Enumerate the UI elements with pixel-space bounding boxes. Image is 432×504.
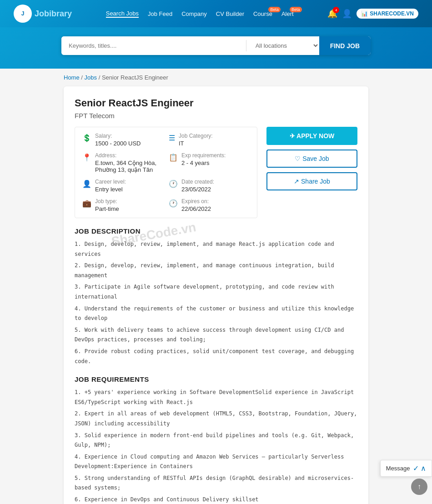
sharecode-logo: 📊 SHARECODE.VN	[357, 9, 418, 19]
date-created-detail: 🕐 Date created: 23/05/2022	[169, 179, 250, 193]
expires-icon: 🕐	[169, 199, 178, 208]
search-section: All locations FIND JOB	[0, 27, 432, 69]
breadcrumb-jobs[interactable]: Jobs	[85, 74, 97, 81]
alert-badge: Beta	[290, 7, 302, 12]
salary-value: 1500 - 2000 USD	[95, 140, 141, 147]
job-card: Senior ReactJS Engineer FPT Telecom 💲 Sa…	[64, 86, 368, 504]
expires-label: Expires on:	[181, 198, 211, 205]
career-label: Career level:	[95, 179, 126, 185]
category-icon: ☰	[169, 134, 175, 142]
content-area: ShareCode.vn JOB DESCRIPTION 1. Design, …	[75, 218, 357, 504]
job-req-content: 1. +5 years' experience working in Softw…	[75, 388, 357, 504]
job-category-value: IT	[179, 140, 213, 147]
career-level-detail: 👤 Career level: Entry level	[82, 179, 163, 193]
salary-label: Salary:	[95, 133, 141, 139]
details-grid: 💲 Salary: 1500 - 2000 USD ☰ Job Category…	[75, 127, 257, 218]
share-job-button[interactable]: ↗ Share Job	[266, 172, 357, 190]
location-icon: 📍	[82, 153, 91, 162]
job-desc-content: 1. Design, develop, review, implement, a…	[75, 240, 357, 366]
breadcrumb-home[interactable]: Home	[64, 74, 80, 81]
expires-detail: 🕐 Expires on: 22/06/2022	[169, 198, 250, 212]
save-job-button[interactable]: ♡ Save Job	[266, 150, 357, 168]
logo-circle: J	[14, 5, 32, 23]
address-detail: 📍 Address: E.town, 364 Cộng Hòa, Phường …	[82, 152, 163, 173]
breadcrumb-current: Senior ReactJS Engineer	[102, 74, 168, 81]
logo-icon: J	[21, 10, 25, 17]
address-value: E.town, 364 Cộng Hòa, Phường 13, quận Tâ…	[95, 160, 163, 173]
scroll-top-button[interactable]: ↑	[411, 479, 427, 495]
header: J Jobibrary Search Jobs Job Feed Company…	[0, 0, 432, 27]
job-type-label: Job type:	[95, 198, 119, 205]
nav: Search Jobs Job Feed Company CV Builder …	[106, 10, 294, 18]
location-select[interactable]: All locations	[246, 36, 319, 55]
apply-now-button[interactable]: ✈ APPLY NOW	[266, 127, 357, 145]
nav-job-feed[interactable]: Job Feed	[148, 10, 172, 17]
job-details-left: 💲 Salary: 1500 - 2000 USD ☰ Job Category…	[75, 127, 257, 218]
main-container: Senior ReactJS Engineer FPT Telecom 💲 Sa…	[0, 86, 432, 504]
career-value: Entry level	[95, 186, 126, 193]
job-category-detail: ☰ Job Category: IT	[169, 133, 250, 147]
notification-bell[interactable]: 🔔 4	[327, 9, 337, 19]
user-avatar[interactable]: 👤	[342, 9, 352, 19]
search-input[interactable]	[61, 36, 246, 55]
course-badge: Beta	[268, 7, 281, 12]
find-job-button[interactable]: FIND JOB	[319, 36, 371, 55]
company-name: FPT Telecom	[75, 112, 357, 120]
date-created-value: 23/05/2022	[181, 186, 214, 193]
job-type-icon: 💼	[82, 199, 91, 208]
exp-icon: 📋	[169, 153, 178, 162]
exp-value: 2 - 4 years	[181, 160, 226, 166]
notification-count: 4	[333, 7, 339, 13]
job-title: Senior ReactJS Engineer	[75, 97, 357, 109]
job-category-label: Job Category:	[179, 133, 213, 139]
message-widget[interactable]: Message ✓ ∧	[380, 460, 432, 477]
job-type-value: Part-time	[95, 205, 119, 212]
message-expand[interactable]: ✓ ∧	[413, 464, 426, 473]
job-details-row: 💲 Salary: 1500 - 2000 USD ☰ Job Category…	[75, 127, 357, 218]
salary-detail: 💲 Salary: 1500 - 2000 USD	[82, 133, 163, 147]
exp-label: Exp requirements:	[181, 152, 226, 159]
expires-value: 22/06/2022	[181, 205, 211, 212]
logo: J Jobibrary	[14, 5, 72, 23]
exp-detail: 📋 Exp requirements: 2 - 4 years	[169, 152, 250, 173]
search-bar: All locations FIND JOB	[61, 36, 371, 55]
scroll-top-icon: ↑	[417, 483, 421, 491]
career-icon: 👤	[82, 180, 91, 188]
job-req-title: JOB REQUIREMENTS	[75, 375, 357, 383]
nav-cv-builder[interactable]: CV Builder	[216, 10, 244, 17]
header-right: 🔔 4 👤 📊 SHARECODE.VN	[327, 9, 418, 19]
job-desc-title: JOB DESCRIPTION	[75, 227, 357, 235]
job-actions: ✈ APPLY NOW ♡ Save Job ↗ Share Job	[266, 127, 357, 218]
job-type-detail: 💼 Job type: Part-time	[82, 198, 163, 212]
nav-search-jobs[interactable]: Search Jobs	[106, 10, 139, 18]
salary-icon: 💲	[82, 134, 91, 142]
logo-text: Jobibrary	[35, 9, 72, 19]
nav-course[interactable]: Course Beta	[253, 10, 272, 17]
message-label: Message	[386, 465, 410, 472]
breadcrumb: Home / Jobs / Senior ReactJS Engineer	[0, 69, 432, 86]
nav-alert[interactable]: Alert Beta	[281, 10, 294, 17]
nav-company[interactable]: Company	[181, 10, 207, 17]
address-label: Address:	[95, 152, 163, 159]
date-created-label: Date created:	[181, 179, 214, 185]
date-icon: 🕐	[169, 180, 178, 188]
